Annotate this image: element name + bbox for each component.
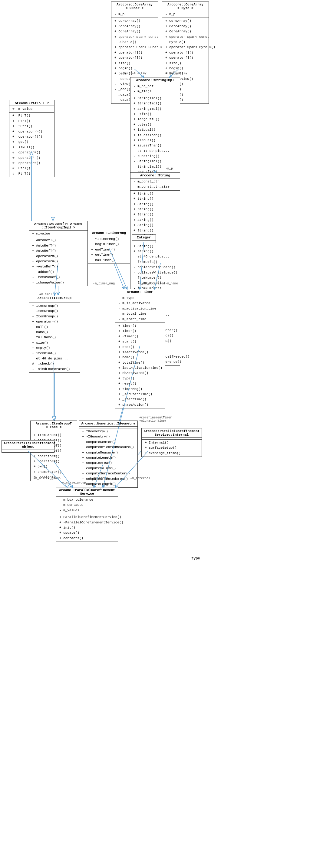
corearray-uchar-fields: - m_p bbox=[112, 11, 158, 18]
svg-marker-28 bbox=[52, 416, 56, 421]
pcfinement-service-methods: + ParallelCorefinementService() + ~Paral… bbox=[56, 514, 118, 541]
corearray-uchar-title: Arccore::CoreArray< UChar > bbox=[112, 2, 158, 11]
ptrt-box: Arcane::PtrT< T > # m_value + PtrT() + P… bbox=[9, 100, 55, 177]
pcfinement-service-box: Arcane::ParallelCorefinementService - m_… bbox=[56, 487, 118, 542]
svg-marker-4 bbox=[52, 217, 55, 221]
diagram-container: Arccore::CoreArray< UChar > - m_p + Core… bbox=[0, 0, 333, 868]
timer-box: Arcane::Timer - m_type - m_is_activated … bbox=[115, 289, 165, 408]
pcfinement-service-title: Arcane::ParallelCorefinementService bbox=[56, 487, 118, 497]
itimermng-title: Arcane::ITimerMng bbox=[88, 230, 130, 236]
stringimpl-fields: - m_nb_ref - m_flags bbox=[130, 83, 180, 95]
label-m-slave-group: -m_slave_group bbox=[33, 481, 86, 484]
itemgroupt-methods: + ItemGroupT() + ItemGroupT() + ItemGrou… bbox=[31, 432, 77, 481]
itimermng-methods: + ~ITimerMng() + beginTimer() + endTimer… bbox=[88, 236, 130, 264]
stringimpl-title: Arccore::StringImpl bbox=[130, 78, 180, 83]
itimermng-box: Arcane::ITimerMng + ~ITimerMng() + begin… bbox=[88, 230, 130, 264]
label-m-utf16: -m_utf16_array bbox=[121, 71, 147, 75]
label-m-p: -m_p bbox=[165, 167, 173, 170]
itemgroupt-title: Arcane::ItemGroupT< Face > bbox=[31, 421, 77, 430]
label-m-utf8: -m_utf8_array bbox=[164, 71, 187, 75]
ptrt-methods: + PtrT() + PtrT() + ~PtrT() + operator->… bbox=[9, 113, 54, 177]
integer-box: Integer bbox=[132, 235, 156, 243]
integer-title: Integer bbox=[132, 235, 156, 241]
label-m-name: /-m_name bbox=[163, 282, 178, 285]
label-m-master-group: -m_master_group bbox=[33, 477, 61, 480]
pcfinement-service-fields: - m_box_tolerance - m_contacts - m_value… bbox=[56, 497, 118, 514]
autoref-methods: + AutoRefT() + AutoRefT() + AutoRefT() +… bbox=[29, 237, 88, 286]
pcfinement-object-box: ArcaneParallelCorefinementObject bbox=[1, 440, 55, 453]
pcfinement-internal-title: Arcane::ParallelCorefinementService::Int… bbox=[142, 428, 202, 438]
label-m-geometry: -m_geometry bbox=[88, 477, 108, 480]
svg-marker-10 bbox=[53, 417, 56, 421]
member: - m_p bbox=[113, 12, 156, 17]
label-m-nb-activated: -m_nb_activated bbox=[138, 282, 165, 285]
autoref-fields: + m_value bbox=[29, 230, 88, 237]
label-corefinement-timer: +corefinementTimer+migrationTimer bbox=[139, 416, 172, 423]
pcfinement-internal-box: Arcane::ParallelCorefinementService::Int… bbox=[141, 428, 202, 457]
pcfinement-object-title: ArcaneParallelCorefinementObject bbox=[2, 440, 54, 450]
label-m-timer-mng: -m_timer_mng bbox=[93, 282, 115, 285]
autoref-title: Arcane::AutoRefT< Arcane::ItemGroupImpl … bbox=[29, 221, 88, 230]
corearray-byte-fields: - m_p bbox=[162, 11, 209, 18]
string-fields: - m_const_ptr - m_const_ptr_size bbox=[130, 179, 180, 191]
autoref-box: Arcane::AutoRefT< Arcane::ItemGroupImpl … bbox=[29, 221, 88, 286]
timer-methods: + Timer() + Timer() + ~Timer() + start()… bbox=[115, 323, 165, 408]
pcfinement-object-empty bbox=[2, 450, 54, 452]
label-type: type bbox=[191, 556, 200, 561]
string-title: Arccore::String bbox=[130, 173, 180, 179]
itemgroup-title: Arcane::ItemGroup bbox=[29, 295, 80, 301]
integer-empty bbox=[132, 241, 156, 243]
itemgroup-methods: + ItemGroup() + ItemGroup() + ItemGroup(… bbox=[29, 303, 80, 372]
itemgroup-box: Arcane::ItemGroup + ItemGroup() + ItemGr… bbox=[29, 295, 80, 373]
timer-fields: - m_type - m_is_activated - m_activation… bbox=[115, 295, 165, 323]
corearray-byte-title: Arccore::CoreArray< Byte > bbox=[162, 2, 209, 11]
ptrt-fields: # m_value bbox=[9, 106, 54, 113]
timer-title: Arcane::Timer bbox=[115, 289, 165, 295]
igeometry-title: Arcane::Numerics::IGeometry bbox=[79, 421, 138, 427]
pcfinement-internal-methods: + Internal() + surfaceSetup() + exchange… bbox=[142, 440, 202, 457]
label-m-internal: -m_internal bbox=[130, 477, 150, 480]
ptrt-title: Arcane::PtrT< T > bbox=[9, 100, 54, 106]
